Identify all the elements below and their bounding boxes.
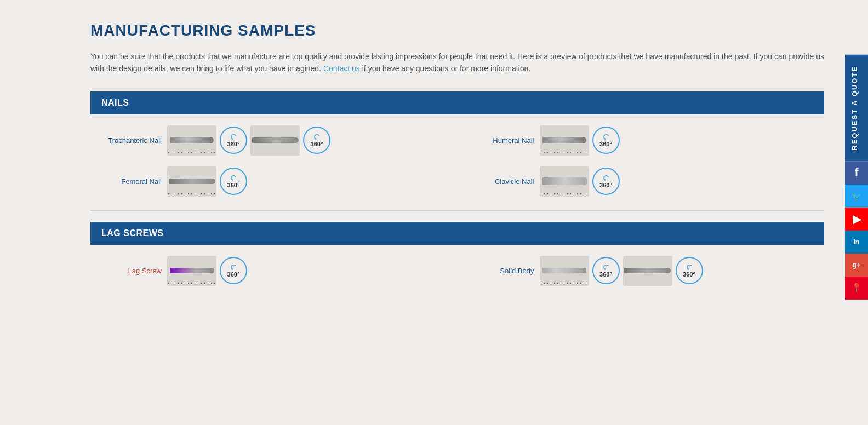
nail-visual: [170, 137, 214, 143]
clavicle-nail-360-btn[interactable]: 360°: [592, 168, 620, 195]
humeral-nail-img1: [540, 125, 589, 156]
lag-screw-360-btn[interactable]: 360°: [220, 257, 247, 284]
trochanteric-nail-img1: [167, 125, 216, 156]
screw-visual: [170, 268, 214, 273]
360-arrow-icon: [602, 175, 610, 182]
twitter-button[interactable]: 🐦: [845, 185, 868, 208]
360-arrow-icon: [686, 264, 693, 272]
clavicle-nail-img1: [540, 166, 589, 197]
360-label: 360°: [227, 272, 240, 278]
ruler-marks: [168, 283, 215, 284]
360-label: 360°: [227, 141, 240, 147]
lag-screw-img1: [167, 256, 216, 286]
360-arrow-icon: [230, 264, 237, 272]
solid-visual: [542, 268, 586, 273]
product-humeral-nail: Humeral Nail 360°: [469, 125, 819, 156]
femoral-nail-images: 360°: [167, 166, 247, 197]
360-arrow-icon: [602, 134, 610, 141]
intro-paragraph: You can be sure that the products that w…: [90, 50, 824, 75]
360-arrow-icon: [230, 175, 237, 182]
lag-screws-section: LAG SCREWS Lag Screw: [90, 222, 824, 291]
facebook-button[interactable]: f: [845, 162, 868, 185]
360-arrow-icon: [313, 134, 321, 141]
360-arrow-icon: [602, 264, 610, 272]
nails-section-title: NAILS: [101, 98, 129, 107]
360-arrow-icon: [230, 134, 237, 141]
femoral-nail-img1: [167, 166, 216, 197]
trochanteric-nail-images: 360° 360°: [167, 125, 330, 156]
pinterest-button[interactable]: 📍: [845, 277, 868, 300]
360-label: 360°: [683, 272, 695, 278]
product-femoral-nail: Femoral Nail 360°: [96, 166, 447, 197]
lag-screws-section-title: LAG SCREWS: [101, 228, 163, 238]
trochanteric-nail-360-btn2[interactable]: 360°: [303, 127, 330, 154]
solid-body-360-btn1[interactable]: 360°: [592, 257, 620, 284]
360-label: 360°: [227, 182, 240, 188]
section-divider: [90, 210, 824, 211]
humeral-nail-360-btn[interactable]: 360°: [592, 127, 620, 154]
youtube-button[interactable]: ▶: [845, 208, 868, 231]
nail-visual: [542, 177, 587, 185]
nail-visual-2: [252, 137, 299, 143]
solid-body-label: Solid Body: [469, 267, 534, 275]
360-label: 360°: [599, 141, 612, 147]
nail-visual: [542, 137, 586, 143]
page-title: MANUFACTURING SAMPLES: [90, 22, 824, 39]
solid-body-img1: [540, 256, 589, 286]
product-clavicle-nail: Clavicle Nail 360°: [469, 166, 819, 197]
trochanteric-nail-label: Trochanteric Nail: [96, 136, 162, 145]
solid-body-images: 360° 360°: [540, 256, 703, 286]
request-quote-button[interactable]: REQUEST A QUOTE: [845, 55, 868, 162]
product-solid-body: Solid Body 360°: [469, 256, 819, 286]
clavicle-nail-images: 360°: [540, 166, 620, 197]
ruler-marks: [168, 152, 215, 153]
clavicle-nail-label: Clavicle Nail: [469, 177, 534, 186]
nails-grid: Trochanteric Nail 360°: [90, 114, 824, 202]
trochanteric-nail-img2: [250, 125, 300, 156]
ruler-marks: [168, 193, 215, 194]
product-trochanteric-nail: Trochanteric Nail 360°: [96, 125, 447, 156]
right-sidebar: REQUEST A QUOTE f 🐦 ▶ in g+ 📍: [845, 55, 868, 300]
google-plus-button[interactable]: g+: [845, 254, 868, 277]
product-lag-screw: Lag Screw 360°: [96, 256, 447, 286]
solid-body-img2: [623, 256, 672, 286]
360-label: 360°: [599, 182, 612, 188]
lag-screw-images: 360°: [167, 256, 247, 286]
ruler-marks: [541, 283, 588, 284]
lag-screw-label: Lag Screw: [96, 267, 162, 275]
lag-screws-grid: Lag Screw 360°: [90, 245, 824, 291]
nail-visual: [169, 179, 215, 184]
contact-us-link[interactable]: Contact us: [323, 64, 360, 73]
linkedin-button[interactable]: in: [845, 231, 868, 254]
ruler-marks: [541, 152, 588, 153]
humeral-nail-label: Humeral Nail: [469, 136, 534, 145]
trochanteric-nail-360-btn1[interactable]: 360°: [220, 127, 247, 154]
solid-visual-2: [624, 268, 671, 273]
nails-section: NAILS Trochanteric Nail: [90, 91, 824, 202]
360-label: 360°: [311, 141, 323, 147]
femoral-nail-360-btn[interactable]: 360°: [220, 168, 247, 195]
femoral-nail-label: Femoral Nail: [96, 177, 162, 186]
ruler-marks: [541, 193, 588, 194]
lag-screws-section-header: LAG SCREWS: [90, 222, 824, 245]
nails-section-header: NAILS: [90, 91, 824, 114]
humeral-nail-images: 360°: [540, 125, 620, 156]
360-label: 360°: [599, 272, 612, 278]
solid-body-360-btn2[interactable]: 360°: [676, 257, 703, 284]
